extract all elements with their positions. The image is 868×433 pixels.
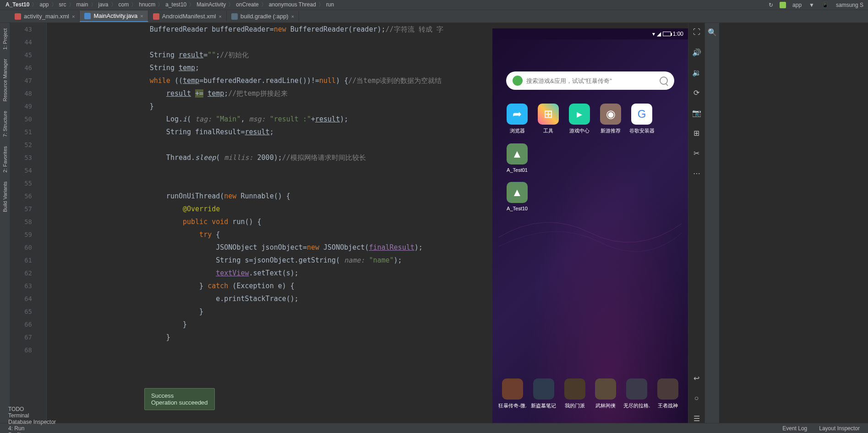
bottom-tab[interactable]: Terminal xyxy=(4,412,60,419)
search-input[interactable] xyxy=(526,77,660,84)
code-line[interactable]: runOnUiThread(new Runnable() { xyxy=(50,190,492,203)
back-icon[interactable]: ↩ xyxy=(692,373,701,383)
launcher-app[interactable]: ▲A_Test10 xyxy=(502,182,533,211)
breadcrumb-item[interactable]: src xyxy=(58,1,67,8)
breadcrumb-item[interactable]: main xyxy=(76,1,89,8)
editor-tab[interactable]: MainActivity.java× xyxy=(80,11,148,22)
code-line[interactable]: String temp; xyxy=(50,61,492,74)
launcher-app[interactable]: ➦浏览器 xyxy=(502,104,533,134)
close-icon[interactable]: × xyxy=(140,13,143,19)
bottom-tab[interactable]: Profiler xyxy=(4,432,60,433)
launcher-app[interactable]: ◉新游推荐 xyxy=(595,104,626,134)
scissors-icon[interactable]: ✂ xyxy=(692,148,701,158)
screenshot-icon[interactable]: 📷 xyxy=(692,108,701,117)
breadcrumb-item[interactable]: hnucm xyxy=(138,1,156,8)
code-line[interactable]: e.printStackTrace(); xyxy=(50,292,492,305)
volume-up-icon[interactable]: 🔊 xyxy=(692,48,701,57)
android-icon xyxy=(780,2,786,8)
bottom-tab[interactable]: Event Log xyxy=(778,425,812,432)
home-icon[interactable]: ○ xyxy=(692,394,701,403)
breadcrumb-item[interactable]: onCreate xyxy=(235,1,259,8)
success-popup: Success Operation succeeded xyxy=(144,388,215,410)
search-icon[interactable]: 🔍 xyxy=(707,27,718,38)
code-editor[interactable]: 4344454647484950515253545556575859606162… xyxy=(10,23,492,423)
launcher-app[interactable]: G谷歌安装器 xyxy=(626,104,657,134)
code-line[interactable]: result += temp;//把temp拼接起来 xyxy=(50,87,492,100)
code-line[interactable]: try { xyxy=(50,228,492,241)
code-line[interactable]: } catch (Exception e) { xyxy=(50,280,492,292)
editor-tab[interactable]: build.gradle (:app)× xyxy=(227,11,299,22)
code-line[interactable] xyxy=(50,344,492,356)
launcher-app[interactable]: 无尽的拉格. xyxy=(621,378,652,409)
code-line[interactable]: public void run() { xyxy=(50,215,492,228)
emulator-screen[interactable]: ➦浏览器⊞工具▸游戏中心◉新游推荐G谷歌安装器▲A_Test01 ▲A_Test… xyxy=(492,39,688,423)
code-line[interactable]: Log.i( tag: "Main", msg: "result :"+resu… xyxy=(50,113,492,126)
launcher-app[interactable]: 狂暴传奇-微. xyxy=(497,378,528,409)
line-number: 54 xyxy=(10,164,32,177)
sync-icon[interactable]: ↻ xyxy=(768,2,774,8)
close-icon[interactable]: × xyxy=(72,14,75,19)
breadcrumb-item[interactable]: java xyxy=(98,1,109,8)
code-line[interactable] xyxy=(50,177,492,190)
search-icon[interactable] xyxy=(660,77,668,85)
apps-icon[interactable]: ⊞ xyxy=(692,128,701,137)
launcher-app[interactable]: ▸游戏中心 xyxy=(564,104,595,134)
code-line[interactable]: String s=jsonObject.getString( name: "na… xyxy=(50,254,492,267)
fullscreen-icon[interactable]: ⛶ xyxy=(692,27,701,37)
code-line[interactable]: BufferedReader bufferedReader=new Buffer… xyxy=(50,23,492,36)
line-number: 56 xyxy=(10,190,32,203)
side-tab[interactable]: 2: Favorites xyxy=(1,143,9,176)
side-tab[interactable]: 7: Structure xyxy=(1,107,9,141)
bottom-tab[interactable]: TODO xyxy=(4,406,60,412)
launcher-app[interactable]: ⊞工具 xyxy=(533,104,564,134)
launcher-app[interactable]: 我的门派 xyxy=(559,378,590,409)
recents-icon[interactable]: ☰ xyxy=(692,414,701,423)
breadcrumb-item[interactable]: A_Test10 xyxy=(5,1,30,8)
code-area[interactable]: BufferedReader bufferedReader=new Buffer… xyxy=(47,23,492,423)
code-line[interactable] xyxy=(50,138,492,151)
breadcrumb-item[interactable]: app xyxy=(38,1,49,8)
fold-column[interactable] xyxy=(38,23,47,423)
breadcrumb-item[interactable]: a_test10 xyxy=(164,1,187,8)
volume-down-icon[interactable]: 🔉 xyxy=(692,68,701,77)
code-line[interactable] xyxy=(50,36,492,49)
breadcrumb-item[interactable]: com xyxy=(118,1,130,8)
code-line[interactable]: String result="";//初始化 xyxy=(50,49,492,61)
code-line[interactable]: String finalResult=result; xyxy=(50,126,492,138)
code-line[interactable]: } xyxy=(50,331,492,344)
launcher-app[interactable]: 王者战神 xyxy=(652,378,683,409)
editor-tab[interactable]: activity_main.xml× xyxy=(10,11,80,22)
code-line[interactable]: } xyxy=(50,318,492,331)
rotate-icon[interactable]: ⟳ xyxy=(692,88,701,97)
launcher-search[interactable] xyxy=(506,71,674,90)
side-tab[interactable]: Resource Manager xyxy=(1,55,9,105)
close-icon[interactable]: × xyxy=(218,14,221,19)
code-line[interactable]: @Override xyxy=(50,203,492,215)
breadcrumb-item[interactable]: run xyxy=(325,1,335,8)
code-line[interactable]: JSONObject jsonObject=new JSONObject(fin… xyxy=(50,241,492,254)
breadcrumb-item[interactable]: MainActivity xyxy=(196,1,227,8)
bottom-tab[interactable]: 4: Run xyxy=(4,425,60,432)
bottom-tab[interactable]: Database Inspector xyxy=(4,419,60,425)
launcher-app[interactable]: 新盗墓笔记 xyxy=(528,378,559,409)
code-line[interactable]: while ((temp=bufferedReader.readLine())!… xyxy=(50,74,492,87)
bottom-tab[interactable]: Layout Inspector xyxy=(814,425,864,432)
launcher-app[interactable]: 武林闲侠 xyxy=(590,378,621,409)
breadcrumb-item[interactable]: anonymous Thread xyxy=(268,1,317,8)
code-line[interactable]: } xyxy=(50,100,492,113)
code-line[interactable]: } xyxy=(50,305,492,318)
chevron-down-icon[interactable]: ▼ xyxy=(808,2,815,8)
code-line[interactable]: textView.setText(s); xyxy=(50,267,492,280)
code-line[interactable] xyxy=(50,164,492,177)
code-line[interactable]: Thread.sleep( millis: 2000);//模拟网络请求时间比较… xyxy=(50,151,492,164)
side-tab[interactable]: 1: Project xyxy=(1,25,9,53)
device-select[interactable]: samsung S xyxy=(835,2,864,8)
run-config[interactable]: app xyxy=(792,2,802,8)
chevron-right-icon: 〉 xyxy=(157,1,164,8)
line-number: 62 xyxy=(10,267,32,280)
editor-tab[interactable]: AndroidManifest.xml× xyxy=(148,11,227,22)
side-tab[interactable]: Build Variants xyxy=(1,178,9,216)
more-icon[interactable]: ⋯ xyxy=(692,169,701,178)
close-icon[interactable]: × xyxy=(291,14,294,19)
launcher-app[interactable]: ▲A_Test01 xyxy=(502,143,533,173)
